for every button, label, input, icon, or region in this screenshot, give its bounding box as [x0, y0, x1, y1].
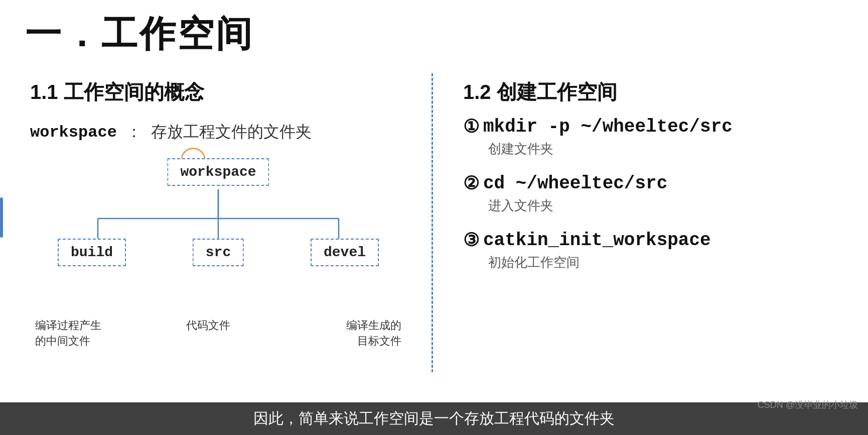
step-command-text-2: cd ~/wheeltec/src — [483, 173, 667, 194]
concept-desc: 存放工程文件的文件夹 — [151, 121, 312, 143]
step-number-1: ① — [463, 116, 479, 137]
concept-keyword: workspace — [30, 123, 117, 142]
step-command-3: ③ catkin_init_workspace — [463, 230, 843, 251]
main-container: 一．工作空间 1.1 工作空间的概念 workspace ： 存放工程文件的文件… — [0, 0, 868, 435]
left-panel: 1.1 工作空间的概念 workspace ： 存放工程文件的文件夹 — [0, 63, 431, 402]
concept-colon: ： — [126, 121, 142, 143]
section-heading-left: 1.1 工作空间的概念 — [30, 78, 406, 106]
step-desc-1: 创建文件夹 — [488, 140, 843, 158]
tree-labels-row: 编译过程产生的中间文件 代码文件 编译生成的目标文件 — [30, 318, 406, 349]
step-command-text-3: catkin_init_workspace — [483, 230, 711, 251]
content-area: 1.1 工作空间的概念 workspace ： 存放工程文件的文件夹 — [0, 63, 868, 402]
tree-node-workspace: workspace — [167, 158, 269, 186]
tree-node-build: build — [58, 239, 126, 266]
label-build: 编译过程产生的中间文件 — [35, 318, 115, 349]
right-panel: 1.2 创建工作空间 ① mkdir -p ~/wheeltec/src 创建文… — [433, 63, 868, 402]
step-item-3: ③ catkin_init_workspace 初始化工作空间 — [463, 230, 843, 271]
bottom-subtitle-bar: 因此，简单来说工作空间是一个存放工程代码的文件夹 — [0, 402, 868, 435]
tree-diagram: workspace build src devel — [43, 153, 394, 314]
section-heading-right: 1.2 创建工作空间 — [463, 78, 843, 106]
main-title: 一．工作空间 — [0, 0, 868, 63]
bottom-subtitle-text: 因此，简单来说工作空间是一个存放工程代码的文件夹 — [253, 410, 615, 426]
label-src: 代码文件 — [168, 318, 248, 349]
step-command-text-1: mkdir -p ~/wheeltec/src — [483, 117, 733, 137]
tree-node-src: src — [193, 239, 244, 266]
step-item-2: ② cd ~/wheeltec/src 进入文件夹 — [463, 173, 843, 214]
tree-node-devel: devel — [311, 239, 379, 266]
concept-text: workspace ： 存放工程文件的文件夹 — [30, 121, 406, 143]
step-item-1: ① mkdir -p ~/wheeltec/src 创建文件夹 — [463, 116, 843, 158]
step-desc-2: 进入文件夹 — [488, 197, 843, 214]
step-command-1: ① mkdir -p ~/wheeltec/src — [463, 116, 843, 137]
step-desc-3: 初始化工作空间 — [488, 254, 843, 271]
step-command-2: ② cd ~/wheeltec/src — [463, 173, 843, 194]
watermark: CSDN @没毕业的小垃圾 — [758, 399, 858, 411]
label-devel: 编译生成的目标文件 — [301, 318, 401, 349]
step-number-2: ② — [463, 173, 479, 194]
step-number-3: ③ — [463, 230, 479, 251]
